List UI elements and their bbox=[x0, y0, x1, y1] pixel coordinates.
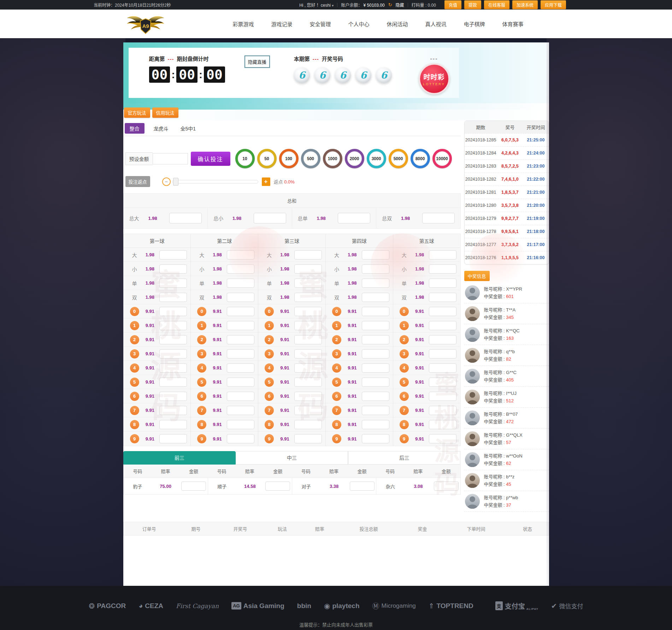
amount-input[interactable] bbox=[227, 378, 254, 387]
amount-input[interactable] bbox=[159, 307, 187, 316]
topbar-button[interactable]: 在线客服 bbox=[484, 0, 509, 9]
amount-input[interactable] bbox=[294, 250, 322, 259]
amount-input[interactable] bbox=[227, 264, 254, 274]
site-logo[interactable]: A9 bbox=[123, 13, 169, 35]
amount-input[interactable] bbox=[429, 434, 456, 443]
position-tab[interactable]: 前三 bbox=[123, 451, 236, 465]
hide-balance-link[interactable]: 隐藏 bbox=[396, 2, 404, 8]
amount-input[interactable] bbox=[265, 482, 290, 491]
amount-input[interactable] bbox=[429, 321, 456, 330]
amount-input[interactable] bbox=[429, 392, 456, 401]
amount-input[interactable] bbox=[169, 213, 202, 223]
bet-chip[interactable]: 8000 bbox=[411, 149, 430, 168]
amount-input[interactable] bbox=[362, 420, 389, 429]
amount-input[interactable] bbox=[294, 335, 322, 344]
nav-item[interactable]: 个人中心 bbox=[348, 20, 370, 28]
amount-input[interactable] bbox=[227, 363, 254, 373]
amount-input[interactable] bbox=[429, 420, 456, 429]
amount-input[interactable] bbox=[362, 378, 389, 387]
amount-input[interactable] bbox=[227, 307, 254, 316]
mode-tab[interactable]: 全5中1 bbox=[181, 125, 196, 132]
amount-input[interactable] bbox=[227, 279, 254, 288]
bet-chip[interactable]: 3000 bbox=[367, 149, 386, 168]
amount-input[interactable] bbox=[227, 335, 254, 344]
position-tab[interactable]: 后三 bbox=[348, 451, 460, 465]
amount-input[interactable] bbox=[338, 213, 370, 223]
amount-input[interactable] bbox=[362, 349, 389, 358]
amount-input[interactable] bbox=[159, 335, 187, 344]
amount-input[interactable] bbox=[294, 434, 322, 443]
amount-input[interactable] bbox=[181, 482, 206, 491]
amount-input[interactable] bbox=[434, 482, 459, 491]
amount-input[interactable] bbox=[159, 378, 187, 387]
amount-input[interactable] bbox=[362, 406, 389, 415]
rebate-slider[interactable] bbox=[172, 180, 258, 183]
nav-item[interactable]: 体育赛事 bbox=[502, 20, 524, 28]
nav-item[interactable]: 彩票游戏 bbox=[233, 20, 254, 28]
bet-chip[interactable]: 100 bbox=[279, 149, 299, 168]
amount-input[interactable] bbox=[227, 392, 254, 401]
nav-item[interactable]: 真人视讯 bbox=[425, 20, 447, 28]
amount-input[interactable] bbox=[429, 250, 456, 259]
hide-live-button[interactable]: 隐藏直播 bbox=[244, 56, 270, 68]
amount-input[interactable] bbox=[294, 349, 322, 358]
amount-input[interactable] bbox=[429, 307, 456, 316]
nav-item[interactable]: 休闲活动 bbox=[387, 20, 408, 28]
mode-tab[interactable]: 整合 bbox=[125, 123, 145, 134]
amount-input[interactable] bbox=[429, 335, 456, 344]
play-tab[interactable]: 信用玩法 bbox=[152, 107, 178, 118]
amount-input[interactable] bbox=[294, 420, 322, 429]
amount-input[interactable] bbox=[254, 213, 286, 223]
bet-chip[interactable]: 10 bbox=[235, 149, 255, 168]
amount-input[interactable] bbox=[362, 264, 389, 274]
amount-input[interactable] bbox=[362, 279, 389, 288]
amount-input[interactable] bbox=[362, 307, 389, 316]
amount-input[interactable] bbox=[159, 434, 187, 443]
amount-input[interactable] bbox=[294, 307, 322, 316]
nav-item[interactable]: 安全管理 bbox=[310, 20, 331, 28]
confirm-bet-button[interactable]: 确认投注 bbox=[191, 152, 230, 166]
bet-chip[interactable]: 500 bbox=[301, 149, 320, 168]
topbar-button[interactable]: 应用下载 bbox=[541, 0, 566, 9]
bet-chip[interactable]: 50 bbox=[257, 149, 277, 168]
amount-input[interactable] bbox=[159, 420, 187, 429]
bet-chip[interactable]: 10000 bbox=[432, 149, 452, 168]
amount-input[interactable] bbox=[362, 293, 389, 302]
amount-input[interactable] bbox=[227, 420, 254, 429]
nav-item[interactable]: 电子棋牌 bbox=[464, 20, 485, 28]
amount-input[interactable] bbox=[227, 321, 254, 330]
bet-chip[interactable]: 2000 bbox=[345, 149, 364, 168]
amount-input[interactable] bbox=[422, 213, 455, 223]
amount-input[interactable] bbox=[429, 406, 456, 415]
amount-input[interactable] bbox=[159, 250, 187, 259]
amount-input[interactable] bbox=[294, 279, 322, 288]
amount-input[interactable] bbox=[227, 293, 254, 302]
amount-input[interactable] bbox=[159, 321, 187, 330]
bet-chip[interactable]: 5000 bbox=[389, 149, 408, 168]
amount-input[interactable] bbox=[362, 434, 389, 443]
amount-input[interactable] bbox=[362, 392, 389, 401]
amount-input[interactable] bbox=[227, 434, 254, 443]
amount-input[interactable] bbox=[159, 293, 187, 302]
amount-input[interactable] bbox=[294, 363, 322, 373]
play-tab[interactable]: 官方玩法 bbox=[124, 107, 150, 118]
amount-input[interactable] bbox=[350, 482, 375, 491]
amount-input[interactable] bbox=[429, 293, 456, 302]
amount-input[interactable] bbox=[227, 349, 254, 358]
amount-input[interactable] bbox=[429, 279, 456, 288]
amount-input[interactable] bbox=[227, 406, 254, 415]
amount-input[interactable] bbox=[159, 279, 187, 288]
amount-input[interactable] bbox=[227, 250, 254, 259]
amount-input[interactable] bbox=[294, 321, 322, 330]
amount-input[interactable] bbox=[294, 378, 322, 387]
amount-input[interactable] bbox=[294, 264, 322, 274]
amount-input[interactable] bbox=[429, 363, 456, 373]
bet-chip[interactable]: 1000 bbox=[323, 149, 342, 168]
position-tab[interactable]: 中三 bbox=[236, 451, 348, 465]
amount-input[interactable] bbox=[362, 250, 389, 259]
amount-input[interactable] bbox=[159, 406, 187, 415]
amount-input[interactable] bbox=[159, 264, 187, 274]
topbar-button[interactable]: 提款 bbox=[464, 0, 481, 9]
amount-input[interactable] bbox=[294, 293, 322, 302]
user-menu[interactable]: Hi , 您好 ！ceshi ▾ bbox=[299, 2, 334, 8]
